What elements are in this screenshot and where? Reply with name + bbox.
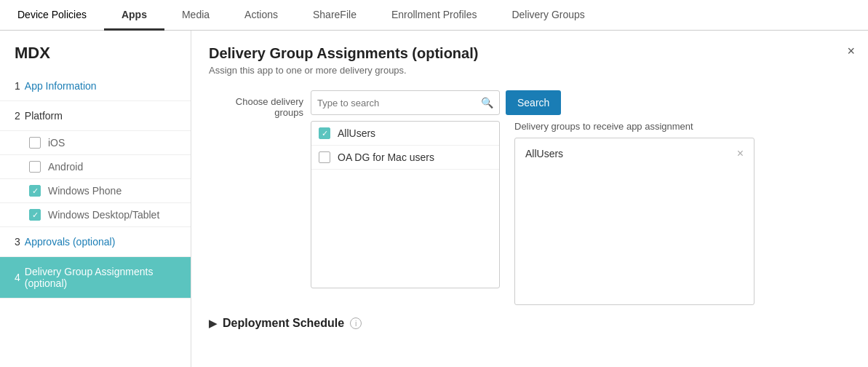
platform-label-ios: iOS — [48, 137, 65, 149]
platform-item-android[interactable]: Android — [0, 155, 191, 179]
tab-enrollment-profiles[interactable]: Enrollment Profiles — [374, 0, 495, 31]
list-item-label-all-users: AllUsers — [338, 127, 375, 139]
sidebar: MDX 1 App Information 2 Platform iOS And… — [0, 31, 191, 367]
close-button[interactable]: × — [847, 44, 855, 59]
assignment-section: Delivery groups to receive app assignmen… — [514, 121, 754, 305]
platform-label-windows-phone: Windows Phone — [48, 185, 122, 197]
sidebar-step-approvals[interactable]: 3 Approvals (optional) — [0, 227, 191, 257]
step-label-delivery-group-assignments: Delivery Group Assignments (optional) — [25, 266, 176, 289]
sidebar-step-app-information[interactable]: 1 App Information — [0, 71, 191, 101]
checkbox-all-users[interactable] — [319, 127, 330, 139]
assignment-title: Delivery groups to receive app assignmen… — [514, 121, 754, 132]
step-label-platform: Platform — [25, 110, 63, 122]
checkbox-android[interactable] — [29, 161, 41, 173]
tab-apps[interactable]: Apps — [104, 0, 164, 31]
tab-media[interactable]: Media — [164, 0, 227, 31]
checkbox-windows-phone[interactable] — [29, 185, 41, 197]
sidebar-title: MDX — [0, 31, 191, 71]
choose-delivery-label: Choose delivery groups — [209, 90, 303, 118]
checkbox-ios[interactable] — [29, 137, 41, 149]
top-nav: Device Policies Apps Media Actions Share… — [0, 0, 868, 31]
tab-actions[interactable]: Actions — [227, 0, 295, 31]
search-input[interactable] — [317, 98, 481, 108]
delivery-groups-row: Choose delivery groups 🔍 Search AllUsers — [209, 90, 851, 305]
deployment-schedule-section[interactable]: ▶ Deployment Schedule i — [209, 317, 851, 330]
checkbox-windows-desktop[interactable] — [29, 209, 41, 221]
assignment-item-all-users: AllUsers × — [521, 144, 748, 163]
search-icon: 🔍 — [481, 97, 493, 108]
tab-device-policies[interactable]: Device Policies — [0, 0, 104, 31]
chevron-right-icon: ▶ — [209, 317, 217, 329]
platform-item-windows-desktop[interactable]: Windows Desktop/Tablet — [0, 203, 191, 227]
platform-item-ios[interactable]: iOS — [0, 131, 191, 155]
main-layout: MDX 1 App Information 2 Platform iOS And… — [0, 31, 868, 367]
remove-all-users-button[interactable]: × — [737, 147, 744, 160]
page-title: Delivery Group Assignments (optional) — [209, 45, 851, 62]
search-box: 🔍 — [311, 90, 500, 115]
checkbox-oa-dg-mac[interactable] — [319, 151, 330, 163]
list-item-label-oa-dg-mac: OA DG for Mac users — [338, 151, 434, 163]
step-num-2: 2 — [15, 110, 20, 122]
step-num-4: 4 — [15, 272, 20, 283]
step-num-3: 3 — [15, 236, 20, 248]
platform-label-android: Android — [48, 161, 83, 173]
delivery-groups-list[interactable]: AllUsers OA DG for Mac users — [311, 121, 500, 288]
assignment-item-label: AllUsers — [525, 148, 563, 159]
step-label-app-information[interactable]: App Information — [25, 80, 97, 92]
page-subtitle: Assign this app to one or more delivery … — [209, 65, 851, 76]
tab-delivery-groups[interactable]: Delivery Groups — [494, 0, 602, 31]
assignment-box: AllUsers × — [514, 138, 754, 305]
platform-item-windows-phone[interactable]: Windows Phone — [0, 179, 191, 203]
info-icon[interactable]: i — [350, 317, 362, 329]
step-num-1: 1 — [15, 80, 20, 92]
tab-sharefile[interactable]: ShareFile — [295, 0, 374, 31]
list-item-oa-dg-mac[interactable]: OA DG for Mac users — [311, 146, 499, 170]
content-area: × Delivery Group Assignments (optional) … — [191, 31, 868, 367]
sidebar-step-delivery-group-assignments[interactable]: 4 Delivery Group Assignments (optional) — [0, 257, 191, 299]
sidebar-step-platform[interactable]: 2 Platform — [0, 101, 191, 131]
step-label-approvals[interactable]: Approvals (optional) — [25, 236, 116, 248]
list-item-all-users[interactable]: AllUsers — [311, 122, 499, 146]
search-button[interactable]: Search — [506, 90, 561, 115]
deployment-schedule-label: Deployment Schedule — [223, 317, 344, 330]
platform-label-windows-desktop: Windows Desktop/Tablet — [48, 209, 159, 221]
